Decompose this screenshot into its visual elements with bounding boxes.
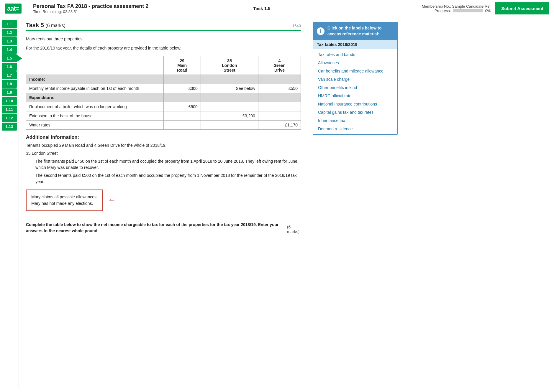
sidebar-link[interactable]: Tax rates and bands bbox=[313, 50, 397, 59]
progress-bar bbox=[453, 9, 483, 12]
additional-para-1: Tenants occupied 29 Main Road and 4 Gree… bbox=[26, 142, 301, 149]
nav-item-1-12[interactable]: 1.12 bbox=[2, 114, 17, 122]
progress-row: Progress: 0% bbox=[275, 9, 491, 13]
main-layout: 1.1 1.2 1.3 1.4 1.5 1.6 1.7 1.8 1.9 1.10… bbox=[0, 17, 554, 388]
highlight-box-wrapper: Mary claims all possible allowances. Mar… bbox=[26, 190, 301, 211]
time-remaining-label: Time Remaining: bbox=[33, 9, 62, 14]
sidebar-link[interactable]: Other benefits in kind bbox=[313, 83, 397, 92]
info-icon: i bbox=[317, 27, 324, 35]
task-header: Task 5 (6 marks) 1640 bbox=[26, 22, 301, 31]
table-header-col1: 29 Main Road bbox=[163, 56, 201, 75]
table-cell-col2 bbox=[201, 102, 258, 111]
membership-text: Membership No.: Sample Candidate Ref bbox=[275, 4, 491, 9]
table-cell-col3 bbox=[258, 111, 301, 121]
highlight-line-1: Mary claims all possible allowances. bbox=[31, 194, 98, 200]
table-cell-label: Water rates bbox=[26, 121, 164, 130]
content-area: Task 5 (6 marks) 1640 Mary rents out thr… bbox=[19, 17, 308, 388]
highlight-box: Mary claims all possible allowances. Mar… bbox=[26, 190, 103, 211]
table-cell-label: Income: bbox=[26, 75, 164, 84]
table-cell-label: Extension to the back of the house bbox=[26, 111, 164, 121]
nav-item-1-11[interactable]: 1.11 bbox=[2, 106, 17, 113]
london-para-2: The second tenants paid £500 on the 1st … bbox=[26, 172, 301, 185]
header-title: Personal Tax FA 2018 - practice assessme… bbox=[33, 3, 249, 9]
task-title: Task 5 (6 marks) bbox=[26, 22, 65, 29]
intro-para-2: For the 2018/19 tax year, the details of… bbox=[26, 45, 301, 51]
nav-item-1-1[interactable]: 1.1 bbox=[2, 20, 17, 28]
submit-button[interactable]: Submit Assessment bbox=[495, 2, 549, 14]
table-header-col2: 35 London Street bbox=[201, 56, 258, 75]
additional-info-title: Additional information: bbox=[26, 134, 301, 140]
info-box: i Click on the labels below to access re… bbox=[313, 22, 398, 135]
table-cell-label: Replacement of a boiler which was no lon… bbox=[26, 102, 164, 111]
table-header-label bbox=[26, 56, 164, 75]
table-cell-col2: See below bbox=[201, 84, 258, 93]
london-para-1: The first tenants paid £450 on the 1st o… bbox=[26, 158, 301, 171]
table-cell-col3 bbox=[258, 102, 301, 111]
task-number-right: 1640 bbox=[292, 24, 301, 28]
logo: aat= bbox=[5, 4, 28, 14]
sidebar-link[interactable]: Allowances bbox=[313, 59, 397, 67]
table-cell-label: Monthly rental income payable in cash on… bbox=[26, 84, 164, 93]
tax-tables-title: Tax tables 2018/2019 bbox=[313, 40, 397, 49]
table-cell-col3 bbox=[258, 75, 301, 84]
task-title-text: Task 5 bbox=[26, 22, 44, 28]
nav-item-1-2[interactable]: 1.2 bbox=[2, 29, 17, 37]
table-cell-col2: £3,200 bbox=[201, 111, 258, 121]
sidebar-link[interactable]: Car benefits and mileage allowance bbox=[313, 67, 397, 75]
property-table: 29 Main Road 35 London Street 4 Green Dr… bbox=[26, 56, 301, 130]
sidebar-link[interactable]: HMRC official rate bbox=[313, 92, 397, 100]
logo-text: aat= bbox=[5, 4, 22, 14]
info-box-header-text: Click on the labels below to access refe… bbox=[327, 25, 394, 37]
arrow-right: ← bbox=[108, 195, 116, 205]
sidebar-link[interactable]: National Insurance contributions bbox=[313, 100, 397, 108]
table-cell-col1 bbox=[163, 93, 201, 102]
table-cell-col3 bbox=[258, 93, 301, 102]
nav-item-1-10[interactable]: 1.10 bbox=[2, 97, 17, 105]
header-title-block: Personal Tax FA 2018 - practice assessme… bbox=[33, 3, 249, 14]
time-remaining-value: 02:28:51 bbox=[63, 9, 78, 14]
task-label: Task 1.5 bbox=[253, 6, 271, 11]
highlight-line-2: Mary has not made any elections. bbox=[31, 200, 98, 207]
table-cell-col1: £300 bbox=[163, 84, 201, 93]
sidebar-link[interactable]: Inheritance tax bbox=[313, 116, 397, 125]
nav-item-1-5[interactable]: 1.5 bbox=[2, 54, 17, 62]
header-right: Membership No.: Sample Candidate Ref Pro… bbox=[275, 4, 491, 13]
page-header: aat= Personal Tax FA 2018 - practice ass… bbox=[0, 0, 554, 17]
table-cell-col2 bbox=[201, 93, 258, 102]
nav-item-1-7[interactable]: 1.7 bbox=[2, 71, 17, 79]
sidebar-link[interactable]: Capital gains tax and tax rates bbox=[313, 108, 397, 116]
table-cell-col3: £1,170 bbox=[258, 121, 301, 130]
sidebar-link[interactable]: Van scale charge bbox=[313, 75, 397, 83]
header-subtitle: Time Remaining: 02:28:51 bbox=[33, 9, 249, 14]
sidebar-link[interactable]: Deemed residence bbox=[313, 125, 397, 133]
nav-item-1-13[interactable]: 1.13 bbox=[2, 123, 17, 131]
nav-item-1-9[interactable]: 1.9 bbox=[2, 88, 17, 96]
table-cell-col2 bbox=[201, 75, 258, 84]
info-box-links: Tax rates and bandsAllowancesCar benefit… bbox=[313, 49, 397, 134]
nav-item-1-8[interactable]: 1.8 bbox=[2, 80, 17, 88]
table-cell-col1: £500 bbox=[163, 102, 201, 111]
bottom-marks: (6 marks) bbox=[287, 225, 301, 234]
additional-info: Additional information: Tenants occupied… bbox=[26, 134, 301, 185]
right-sidebar: i Click on the labels below to access re… bbox=[308, 17, 402, 388]
info-box-header: i Click on the labels below to access re… bbox=[313, 22, 397, 40]
nav-item-1-6[interactable]: 1.6 bbox=[2, 63, 17, 71]
table-cell-col2 bbox=[201, 121, 258, 130]
nav-item-1-3[interactable]: 1.3 bbox=[2, 37, 17, 45]
table-cell-col1 bbox=[163, 111, 201, 121]
table-cell-col3: £550 bbox=[258, 84, 301, 93]
left-nav: 1.1 1.2 1.3 1.4 1.5 1.6 1.7 1.8 1.9 1.10… bbox=[0, 17, 19, 388]
instruction-row: Complete the table below to show the net… bbox=[26, 216, 301, 234]
london-street-label: 35 London Street bbox=[26, 150, 301, 157]
intro-para-1: Mary rents out three properties. bbox=[26, 36, 301, 42]
table-cell-col1 bbox=[163, 121, 201, 130]
task-marks: (6 marks) bbox=[45, 23, 65, 28]
nav-item-1-4[interactable]: 1.4 bbox=[2, 46, 17, 54]
table-header-col3: 4 Green Drive bbox=[258, 56, 301, 75]
table-cell-col1 bbox=[163, 75, 201, 84]
table-cell-label: Expenditure: bbox=[26, 93, 164, 102]
progress-value: 0% bbox=[485, 9, 491, 13]
bottom-instruction: Complete the table below to show the net… bbox=[26, 222, 287, 234]
progress-label: Progress: bbox=[435, 9, 451, 13]
